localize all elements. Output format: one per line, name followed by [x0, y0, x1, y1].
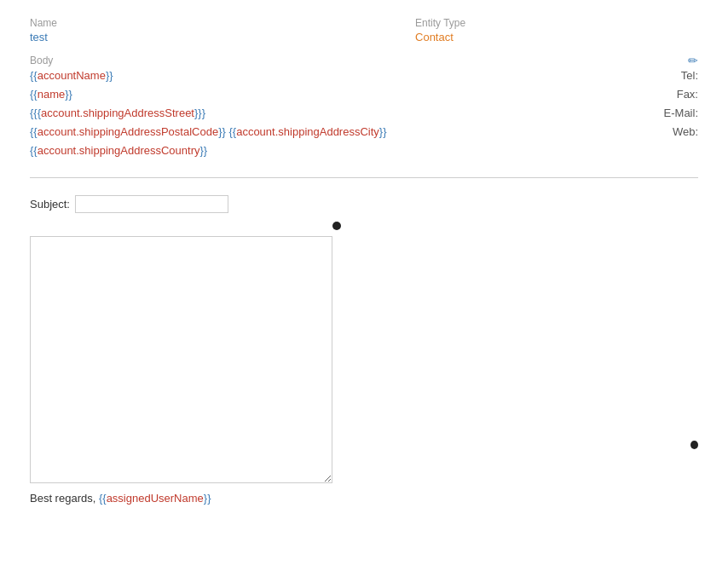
template-line-1: {{accountName}}: [30, 66, 647, 85]
accountname-var: accountName: [38, 69, 106, 82]
body-right: Tel: Fax: E-Mail: Web:: [647, 66, 698, 160]
body-section: Body ✏ {{accountName}} {{name}} {{{accou…: [30, 54, 698, 160]
template-line-2: {{name}}: [30, 85, 647, 104]
tel-label: Tel:: [664, 66, 698, 85]
fax-label: Fax:: [664, 85, 698, 104]
accountname-close: }}: [106, 69, 113, 82]
dot-above-textarea: [332, 222, 341, 230]
addr-street-var: account.shippingAddressStreet: [41, 107, 194, 119]
postal-var: account.shippingAddressPostalCode: [38, 125, 218, 138]
body-left: {{accountName}} {{name}} {{{account.ship…: [30, 66, 647, 160]
postal-close: }}: [218, 125, 226, 138]
body-label: Body: [30, 55, 53, 66]
entity-type-label: Entity Type: [415, 17, 465, 29]
subject-label: Subject:: [30, 198, 70, 211]
subject-row: Subject:: [30, 195, 698, 213]
email-label: E-Mail:: [664, 104, 698, 123]
country-close: }}: [199, 144, 207, 157]
city-open: {{: [228, 125, 236, 138]
country-open: {{: [30, 144, 38, 157]
regards-open: {{: [99, 492, 107, 505]
regards-prefix: Best regards,: [30, 492, 99, 505]
template-line-5: {{account.shippingAddressCountry}}: [30, 141, 647, 160]
divider: [30, 177, 698, 178]
email-body-textarea[interactable]: [30, 236, 332, 483]
addr-street-open: {{{: [30, 107, 41, 119]
header-row: Name test Entity Type Contact: [30, 17, 698, 43]
name-close: }}: [65, 88, 72, 101]
accountname-open: {{: [30, 69, 38, 82]
name-value: test: [30, 31, 57, 43]
regards-line: Best regards, {{assignedUserName}}: [30, 492, 698, 505]
name-field-group: Name test: [30, 17, 57, 43]
subject-input[interactable]: [75, 195, 228, 213]
entity-type-field-group: Entity Type Contact: [415, 17, 465, 43]
name-open: {{: [30, 88, 38, 101]
dot-right: [690, 441, 698, 449]
city-close: }}: [379, 125, 387, 138]
web-label: Web:: [664, 123, 698, 141]
name-var: name: [38, 88, 66, 101]
name-label: Name: [30, 17, 57, 29]
addr-street-close: }}}: [194, 107, 205, 119]
dot-above-textarea-wrapper: [332, 220, 698, 233]
regards-close: }}: [204, 492, 211, 505]
page-container: Name test Entity Type Contact Body ✏ {{a…: [17, 9, 711, 513]
regards-var: assignedUserName: [107, 492, 204, 505]
template-line-4: {{account.shippingAddressPostalCode}} {{…: [30, 123, 647, 141]
postal-open: {{: [30, 125, 38, 138]
body-content: {{accountName}} {{name}} {{{account.ship…: [30, 66, 698, 160]
template-line-3: {{{account.shippingAddressStreet}}}: [30, 104, 647, 123]
edit-icon[interactable]: ✏: [688, 54, 698, 67]
city-var: account.shippingAddressCity: [236, 125, 379, 138]
entity-type-value: Contact: [415, 31, 465, 43]
textarea-wrapper: [30, 236, 698, 483]
country-var: account.shippingAddressCountry: [38, 144, 200, 157]
